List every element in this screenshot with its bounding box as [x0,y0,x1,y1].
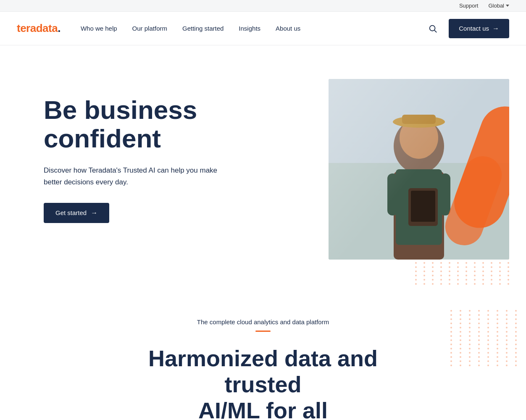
nav-links: Who we help Our platform Getting started… [81,25,425,32]
hero-content: Be business confident Discover how Terad… [44,79,262,223]
hero-subtitle: Discover how Teradata's Trusted AI can h… [44,165,220,187]
global-label: Global [488,3,504,9]
logo-wordmark: teradata [17,22,58,34]
nav-insights[interactable]: Insights [239,25,260,32]
top-utility-bar: Support Global [0,0,526,12]
svg-line-1 [434,30,437,32]
cta-arrow-icon: → [91,209,97,217]
nav-getting-started[interactable]: Getting started [182,25,224,32]
hero-title: Be business confident [44,96,262,153]
platform-title-line2: AI/ML for all [198,398,328,420]
logo[interactable]: teradata. [17,22,60,35]
global-selector[interactable]: Global [488,3,509,9]
logo-text: teradata. [17,22,60,35]
hero-image-inner [329,79,509,260]
get-started-button[interactable]: Get started → [44,203,109,223]
platform-title-line1: Harmonized data and trusted [148,346,378,397]
contact-us-button[interactable]: Contact us → [449,19,509,38]
chevron-down-icon [506,5,509,7]
platform-title: Harmonized data and trusted AI/ML for al… [116,345,410,420]
contact-label: Contact us [459,25,489,32]
svg-point-0 [430,25,435,31]
search-icon [428,24,437,33]
main-nav: teradata. Who we help Our platform Getti… [0,12,526,45]
hero-image-area: // dots rendered via JS below [279,79,509,260]
hero-section: Be business confident Discover how Terad… [0,45,526,285]
arrow-right-icon: → [492,25,499,32]
platform-section: The complete cloud analytics and data pl… [0,285,526,420]
nav-who-we-help[interactable]: Who we help [81,25,117,32]
support-link[interactable]: Support [459,3,479,9]
logo-dot: . [58,22,60,34]
nav-our-platform[interactable]: Our platform [132,25,167,32]
diagonal-overlay [329,79,509,260]
platform-subtitle: The complete cloud analytics and data pl… [17,318,509,326]
search-button[interactable] [425,21,440,36]
get-started-label: Get started [55,209,87,216]
nav-about-us[interactable]: About us [276,25,300,32]
platform-dot-pattern [450,310,518,411]
orange-underline-decoration [255,331,271,332]
nav-right: Contact us → [425,19,509,38]
hero-image [329,79,509,260]
